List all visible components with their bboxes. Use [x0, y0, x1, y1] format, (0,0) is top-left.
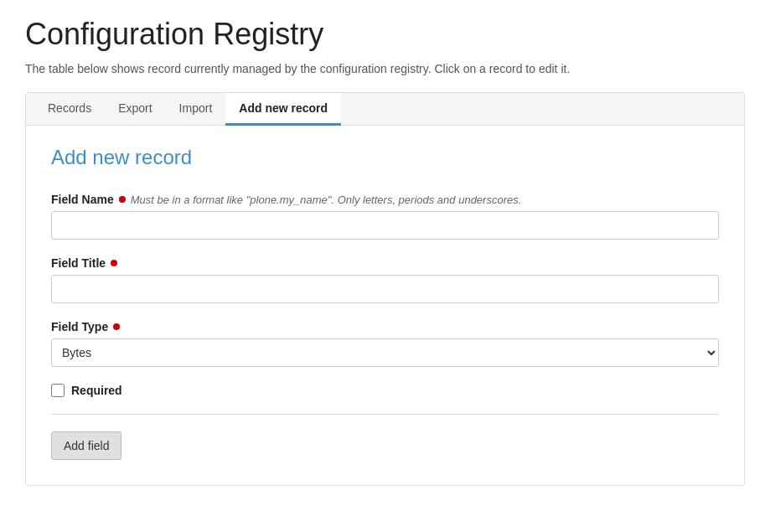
- tab-records[interactable]: Records: [34, 93, 105, 126]
- tab-import[interactable]: Import: [166, 93, 226, 126]
- field-name-group: Field Name Must be in a format like "plo…: [51, 193, 719, 240]
- field-type-select[interactable]: Bytes Text Integer Float Boolean List Tu…: [51, 338, 719, 367]
- field-title-group: Field Title: [51, 256, 719, 303]
- required-dot-field-name: [119, 196, 126, 203]
- page-description: The table below shows record currently m…: [25, 62, 745, 75]
- tab-export[interactable]: Export: [105, 93, 165, 126]
- field-title-label: Field Title: [51, 256, 719, 270]
- tabs-container: Records Export Import Add new record Add…: [25, 92, 745, 486]
- required-group: Required: [51, 384, 719, 397]
- required-label[interactable]: Required: [71, 384, 122, 397]
- tab-add-new-record[interactable]: Add new record: [225, 93, 341, 126]
- add-field-button[interactable]: Add field: [51, 431, 121, 460]
- field-name-label: Field Name Must be in a format like "plo…: [51, 193, 719, 206]
- form-divider: [51, 414, 719, 415]
- required-dot-field-type: [113, 323, 120, 330]
- required-checkbox[interactable]: [51, 384, 65, 397]
- tabs-nav: Records Export Import Add new record: [26, 93, 744, 126]
- tab-content-add-new-record: Add new record Field Name Must be in a f…: [26, 126, 744, 485]
- field-name-hint: Must be in a format like "plone.my_name"…: [131, 194, 522, 206]
- field-type-group: Field Type Bytes Text Integer Float Bool…: [51, 320, 719, 367]
- required-dot-field-title: [111, 260, 117, 266]
- field-type-label: Field Type: [51, 320, 719, 333]
- section-title: Add new record: [51, 146, 719, 169]
- page-title: Configuration Registry: [25, 17, 745, 52]
- field-title-input[interactable]: [51, 275, 719, 303]
- field-name-input[interactable]: [51, 211, 719, 240]
